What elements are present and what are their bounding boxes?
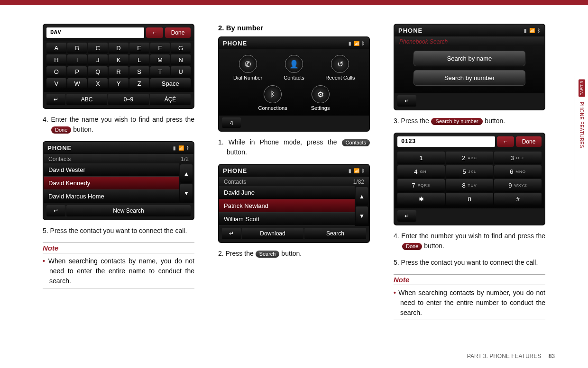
scroll-down-icon[interactable]: ▼ bbox=[180, 184, 193, 202]
bluetooth-icon: ᛒ bbox=[186, 145, 190, 151]
instruction-step4b: 4. Enter the number you wish to find and… bbox=[394, 231, 545, 251]
menu-connections[interactable]: ᛒConnections bbox=[258, 85, 287, 111]
contacts-label-pill: Contacts bbox=[342, 139, 370, 146]
key-s[interactable]: S bbox=[129, 66, 149, 77]
numpad-screenshot: 0123 ← Done 12ABC3DEF4GHI5JKL6MNO7PQRS8T… bbox=[394, 133, 545, 225]
back-icon[interactable]: ↵ bbox=[222, 228, 241, 239]
contact-row[interactable]: Patrick Newland bbox=[219, 199, 355, 213]
back-icon[interactable]: ↵ bbox=[46, 205, 65, 216]
accent-button[interactable]: ÀÇÈ bbox=[150, 94, 191, 105]
key-q[interactable]: Q bbox=[88, 66, 108, 77]
note-text: When searching contacts by number, you d… bbox=[394, 288, 545, 320]
numkey-7[interactable]: 7PQRS bbox=[397, 179, 445, 192]
key-g[interactable]: G bbox=[171, 43, 191, 54]
done-button[interactable]: Done bbox=[516, 136, 542, 147]
contact-row[interactable]: David Wester bbox=[44, 163, 179, 177]
scroll-down-icon[interactable]: ▼ bbox=[356, 206, 368, 225]
numkey-0[interactable]: 0 bbox=[446, 193, 493, 206]
key-y[interactable]: Y bbox=[109, 78, 129, 89]
numkey-5[interactable]: 5JKL bbox=[446, 165, 493, 178]
key-a[interactable]: A bbox=[46, 43, 66, 54]
back-icon[interactable]: ↵ bbox=[397, 210, 416, 222]
key-i[interactable]: I bbox=[67, 54, 87, 65]
menu-icon: 👤 bbox=[285, 55, 303, 73]
instruction-step3: 3. Press the Search by number button. bbox=[394, 116, 545, 126]
column-3: PHONE ▮📶ᛒ Phonebook Search Search by nam… bbox=[394, 24, 545, 320]
note-heading: Note bbox=[43, 242, 194, 253]
numrange-button[interactable]: 0~9 bbox=[108, 94, 149, 105]
note-heading: Note bbox=[394, 274, 545, 285]
side-tab: PART 3 PHONE FEATURES bbox=[575, 76, 588, 180]
return-icon[interactable]: ↵ bbox=[46, 94, 65, 105]
key-x[interactable]: X bbox=[88, 78, 108, 89]
key-w[interactable]: W bbox=[67, 78, 87, 89]
search-by-name-button[interactable]: Search by name bbox=[413, 51, 525, 66]
numkey-1[interactable]: 1 bbox=[397, 152, 445, 164]
side-tab-label: PHONE FEATURES bbox=[579, 102, 584, 148]
key-k[interactable]: K bbox=[109, 54, 129, 65]
menu-settings[interactable]: ⚙Settings bbox=[311, 85, 330, 111]
done-label-pill: Done bbox=[51, 126, 71, 134]
abc-button[interactable]: ABC bbox=[66, 94, 107, 105]
key-d[interactable]: D bbox=[109, 43, 129, 54]
key-u[interactable]: U bbox=[171, 66, 191, 77]
search-by-number-button[interactable]: Search by number bbox=[413, 70, 525, 86]
key-f[interactable]: F bbox=[150, 43, 170, 54]
backspace-button[interactable]: ← bbox=[497, 136, 514, 147]
numkey-#[interactable]: # bbox=[494, 193, 542, 206]
menu-icon: ↺ bbox=[331, 55, 349, 73]
key-c[interactable]: C bbox=[88, 43, 108, 54]
battery-icon: ▮ bbox=[173, 145, 176, 151]
numkey-8[interactable]: 8TUV bbox=[446, 179, 493, 192]
key-j[interactable]: J bbox=[88, 54, 108, 65]
phonebook-search-screenshot: PHONE ▮📶ᛒ Phonebook Search Search by nam… bbox=[394, 24, 545, 110]
subsection-heading: 2. By number bbox=[218, 24, 370, 32]
key-b[interactable]: B bbox=[67, 43, 87, 54]
contact-row[interactable]: David Kennedy bbox=[44, 177, 179, 190]
download-button[interactable]: Download bbox=[242, 228, 303, 239]
contact-row[interactable]: David June bbox=[219, 186, 355, 199]
search-button[interactable]: Search bbox=[304, 228, 366, 239]
back-icon[interactable]: ↵ bbox=[397, 95, 416, 107]
key-m[interactable]: M bbox=[150, 54, 170, 65]
key-e[interactable]: E bbox=[129, 43, 149, 54]
key-r[interactable]: R bbox=[109, 66, 129, 77]
backspace-button[interactable]: ← bbox=[146, 27, 163, 38]
menu-contacts[interactable]: 👤Contacts bbox=[273, 55, 315, 81]
instruction-step2: 2. Press the Search button. bbox=[218, 249, 370, 259]
key-h[interactable]: H bbox=[46, 54, 66, 65]
menu-icon: ✆ bbox=[239, 55, 257, 73]
key-p[interactable]: P bbox=[67, 66, 87, 77]
search-label-pill: Search bbox=[256, 251, 280, 258]
contact-row[interactable]: William Scott bbox=[219, 213, 355, 226]
numkey-3[interactable]: 3DEF bbox=[494, 152, 542, 164]
number-search-input[interactable]: 0123 bbox=[397, 136, 495, 147]
key-o[interactable]: O bbox=[46, 66, 66, 77]
page-indicator: 1/82 bbox=[353, 179, 364, 185]
menu-icon: ᛒ bbox=[264, 85, 282, 103]
scroll-up-icon[interactable]: ▲ bbox=[180, 164, 193, 183]
key-t[interactable]: T bbox=[150, 66, 170, 77]
numkey-6[interactable]: 6MNO bbox=[494, 165, 542, 178]
phone-menu-screenshot: PHONE ▮📶ᛒ ✆Dial Number👤Contacts↺Recent C… bbox=[218, 36, 370, 132]
key-z[interactable]: Z bbox=[129, 78, 149, 89]
menu-recent-calls[interactable]: ↺Recent Calls bbox=[319, 55, 361, 81]
key-n[interactable]: N bbox=[171, 54, 191, 65]
scroll-up-icon[interactable]: ▲ bbox=[356, 187, 368, 206]
numkey-9[interactable]: 9WXYZ bbox=[494, 179, 542, 192]
status-icons: ▮📶ᛒ bbox=[173, 145, 190, 151]
numkey-4[interactable]: 4GHI bbox=[397, 165, 445, 178]
instruction-step5: 5. Press the contact you want to connect… bbox=[43, 226, 194, 236]
key-v[interactable]: V bbox=[46, 78, 66, 89]
menu-dial-number[interactable]: ✆Dial Number bbox=[227, 55, 269, 81]
media-icon[interactable]: ♫ bbox=[222, 117, 241, 128]
name-search-input[interactable]: DAV bbox=[46, 27, 144, 38]
menu-icon: ⚙ bbox=[312, 85, 330, 103]
done-button[interactable]: Done bbox=[165, 27, 191, 38]
key-space[interactable]: Space bbox=[150, 78, 191, 89]
numkey-2[interactable]: 2ABC bbox=[446, 152, 493, 164]
new-search-button[interactable]: New Search bbox=[66, 205, 191, 216]
key-l[interactable]: L bbox=[129, 54, 149, 65]
numkey-✱[interactable]: ✱ bbox=[397, 193, 445, 206]
contact-row[interactable]: David Marcus Home bbox=[44, 190, 179, 203]
